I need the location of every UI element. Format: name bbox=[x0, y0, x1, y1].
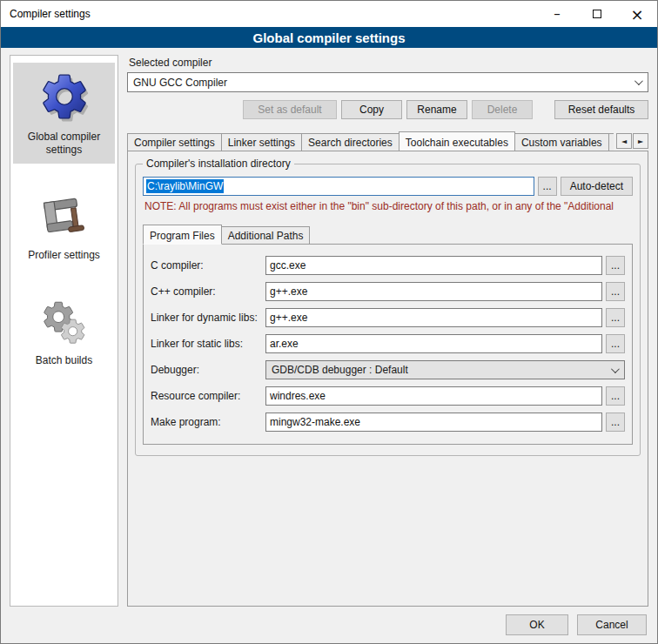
resource-compiler-browse-button[interactable]: ... bbox=[606, 386, 625, 406]
tab-custom-variables[interactable]: Custom variables bbox=[514, 133, 609, 151]
chevron-down-icon bbox=[634, 77, 643, 85]
cpp-compiler-browse-button[interactable]: ... bbox=[606, 282, 625, 301]
tabs: Compiler settings Linker settings Search… bbox=[127, 131, 614, 151]
selected-compiler-dropdown[interactable]: GNU GCC Compiler bbox=[127, 72, 648, 92]
window-controls: – × bbox=[537, 1, 657, 27]
clamp-tool-icon bbox=[40, 193, 89, 242]
form-row-cpp-compiler: C++ compiler: ... bbox=[151, 282, 625, 301]
titlebar: Compiler settings – × bbox=[1, 1, 657, 27]
form-row-resource-compiler: Resource compiler: ... bbox=[151, 386, 625, 406]
program-files-panel: C compiler: ... C++ compiler: ... Linker… bbox=[143, 244, 633, 445]
debugger-label: Debugger: bbox=[151, 364, 262, 376]
cancel-button[interactable]: Cancel bbox=[577, 614, 647, 635]
compiler-settings-window: Compiler settings – × Global compiler se… bbox=[0, 0, 658, 644]
sidebar-item-label: Batch builds bbox=[21, 354, 108, 367]
linker-dynamic-browse-button[interactable]: ... bbox=[606, 308, 625, 327]
sidebar-item-label: Profiler settings bbox=[21, 249, 108, 262]
dialog-footer: OK Cancel bbox=[1, 607, 657, 643]
window-title: Compiler settings bbox=[1, 8, 91, 20]
c-compiler-label: C compiler: bbox=[151, 259, 262, 272]
close-icon: × bbox=[630, 5, 643, 23]
installation-directory-value: C:\raylib\MinGW bbox=[146, 179, 224, 193]
main-panel: Selected compiler GNU GCC Compiler Set a… bbox=[127, 55, 648, 607]
tab-build-options[interactable]: Build bbox=[608, 133, 614, 151]
resource-compiler-input[interactable] bbox=[265, 386, 602, 406]
form-row-debugger: Debugger: GDB/CDB debugger : Default bbox=[151, 360, 625, 379]
groupbox-title: Compiler's installation directory bbox=[143, 158, 294, 170]
resource-compiler-label: Resource compiler: bbox=[151, 390, 262, 402]
sidebar-item-global-compiler-settings[interactable]: Global compiler settings bbox=[13, 63, 115, 164]
cpp-compiler-input[interactable] bbox=[265, 282, 602, 301]
minimize-icon: – bbox=[554, 6, 561, 22]
subtab-program-files[interactable]: Program Files bbox=[143, 225, 222, 245]
linker-static-browse-button[interactable]: ... bbox=[606, 334, 625, 353]
selected-compiler-label: Selected compiler bbox=[129, 57, 648, 69]
make-program-label: Make program: bbox=[151, 416, 262, 428]
settings-category-sidebar: Global compiler settings Profiler settin… bbox=[10, 55, 118, 607]
installation-directory-row: C:\raylib\MinGW ... Auto-detect bbox=[143, 177, 633, 196]
autodetect-button[interactable]: Auto-detect bbox=[561, 177, 633, 196]
program-files-tabstrip: Program Files Additional Paths bbox=[143, 225, 633, 244]
close-button[interactable]: × bbox=[617, 1, 657, 27]
maximize-button[interactable] bbox=[577, 1, 617, 27]
compiler-actions: Set as default Copy Rename Delete Reset … bbox=[127, 100, 648, 119]
arrow-right-icon: ► bbox=[638, 138, 643, 145]
debugger-dropdown[interactable]: GDB/CDB debugger : Default bbox=[265, 360, 625, 379]
tab-linker-settings[interactable]: Linker settings bbox=[221, 133, 302, 151]
form-row-make-program: Make program: ... bbox=[151, 413, 625, 432]
blue-gear-icon bbox=[37, 70, 91, 124]
installation-directory-browse-button[interactable]: ... bbox=[538, 177, 557, 196]
linker-dynamic-input[interactable] bbox=[265, 308, 602, 327]
form-row-linker-dynamic: Linker for dynamic libs: ... bbox=[151, 308, 625, 327]
installation-directory-groupbox: Compiler's installation directory C:\ray… bbox=[135, 164, 641, 456]
form-row-c-compiler: C compiler: ... bbox=[151, 256, 625, 275]
c-compiler-browse-button[interactable]: ... bbox=[606, 256, 625, 275]
sidebar-item-profiler-settings[interactable]: Profiler settings bbox=[13, 186, 115, 269]
make-program-browse-button[interactable]: ... bbox=[606, 413, 625, 432]
tab-scroll-right-button[interactable]: ► bbox=[633, 133, 648, 149]
cpp-compiler-label: C++ compiler: bbox=[151, 285, 262, 298]
tab-compiler-settings[interactable]: Compiler settings bbox=[127, 133, 222, 151]
tab-scroll-left-button[interactable]: ◄ bbox=[616, 133, 632, 149]
tab-search-directories[interactable]: Search directories bbox=[301, 133, 400, 151]
chevron-down-icon bbox=[611, 365, 620, 373]
debugger-value: GDB/CDB debugger : Default bbox=[272, 364, 408, 376]
form-row-linker-static: Linker for static libs: ... bbox=[151, 334, 625, 353]
minimize-button[interactable]: – bbox=[537, 1, 577, 27]
tab-scrollers: ◄ ► bbox=[616, 133, 648, 149]
tab-toolchain-executables[interactable]: Toolchain executables bbox=[399, 131, 515, 151]
reset-defaults-button[interactable]: Reset defaults bbox=[554, 100, 648, 119]
gray-gears-icon bbox=[40, 299, 89, 347]
subtab-additional-paths[interactable]: Additional Paths bbox=[221, 226, 311, 244]
make-program-input[interactable] bbox=[265, 413, 602, 432]
delete-button[interactable]: Delete bbox=[472, 100, 533, 119]
linker-static-input[interactable] bbox=[265, 334, 602, 353]
settings-tabstrip: Compiler settings Linker settings Search… bbox=[127, 131, 648, 151]
copy-button[interactable]: Copy bbox=[341, 100, 402, 119]
linker-static-label: Linker for static libs: bbox=[151, 338, 262, 350]
sidebar-item-label: Global compiler settings bbox=[21, 131, 108, 157]
dialog-body: Global compiler settings Profiler settin… bbox=[1, 48, 657, 607]
installation-directory-input[interactable]: C:\raylib\MinGW bbox=[143, 177, 534, 196]
selected-compiler-value: GNU GCC Compiler bbox=[133, 77, 227, 89]
ok-button[interactable]: OK bbox=[506, 614, 568, 635]
sidebar-item-batch-builds[interactable]: Batch builds bbox=[13, 292, 115, 374]
linker-dynamic-label: Linker for dynamic libs: bbox=[151, 312, 262, 324]
arrow-left-icon: ◄ bbox=[621, 138, 627, 145]
maximize-icon bbox=[593, 10, 601, 18]
bin-subdirectory-note: NOTE: All programs must exist either in … bbox=[144, 200, 633, 212]
rename-button[interactable]: Rename bbox=[406, 100, 467, 119]
dialog-header: Global compiler settings bbox=[1, 27, 657, 48]
c-compiler-input[interactable] bbox=[265, 256, 602, 275]
toolchain-executables-page: Compiler's installation directory C:\ray… bbox=[127, 151, 648, 607]
set-as-default-button[interactable]: Set as default bbox=[243, 100, 337, 119]
